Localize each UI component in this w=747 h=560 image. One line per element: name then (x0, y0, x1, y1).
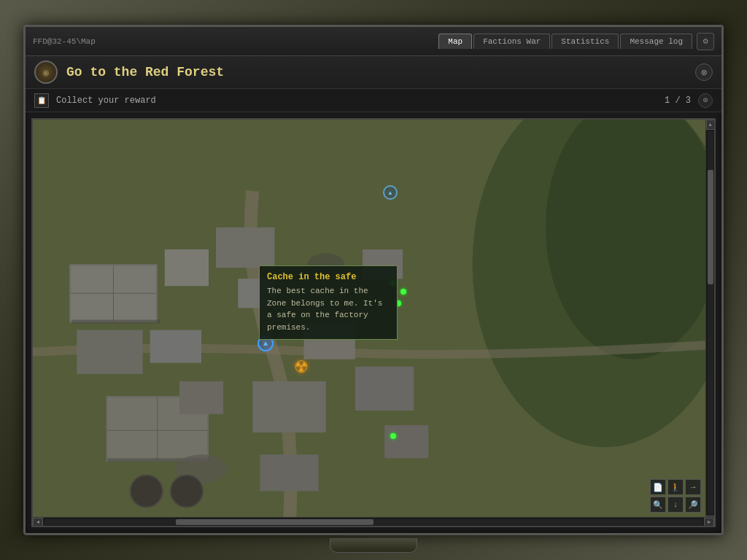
scroll-up-button[interactable]: ▲ (706, 120, 715, 130)
map-ctrl-zoom-in[interactable]: 🔍 (650, 497, 666, 513)
svg-rect-10 (150, 330, 201, 363)
map-ctrl-zoom-out[interactable]: 🔎 (685, 497, 701, 513)
svg-rect-24 (71, 319, 160, 323)
outer-frame: FFD@32-45\Map Map Factions War Statistic… (0, 0, 747, 560)
subtask-text: Collect your reward (56, 96, 657, 106)
map-ctrl-person[interactable]: 🚶 (667, 479, 684, 495)
map-controls: 📄 🚶 → 🔍 ↓ 🔎 (650, 479, 701, 513)
bottom-stand (330, 538, 417, 553)
quest-title: Go to the Red Forest (66, 65, 686, 79)
map-scrollbar-v[interactable]: ▲ ▼ (705, 120, 714, 526)
subtask-close-button[interactable]: ⊗ (698, 93, 713, 108)
quest-header: Go to the Red Forest ⊗ (26, 56, 721, 89)
scroll-thumb-v (708, 170, 713, 285)
tooltip-title: Cache in the safe (267, 272, 390, 282)
npc-marker (383, 185, 398, 200)
hazard-symbol: ☢ (295, 354, 308, 378)
subtask-counter: 1 / 3 (665, 96, 691, 106)
svg-point-29 (171, 475, 203, 507)
scroll-track-v[interactable] (708, 131, 713, 514)
svg-rect-23 (384, 425, 428, 458)
svg-rect-8 (165, 249, 209, 286)
svg-rect-17 (179, 381, 223, 414)
map-ctrl-down[interactable]: ↓ (667, 497, 684, 513)
subtask-bar: 📋 Collect your reward 1 / 3 ⊗ (26, 89, 721, 112)
subtask-icon: 📋 (34, 93, 49, 108)
scroll-left-button[interactable]: ◄ (33, 518, 43, 526)
enemy-dot-2 (400, 289, 406, 295)
tab-message-log[interactable]: Message log (620, 34, 692, 49)
tab-statistics[interactable]: Statistics (551, 34, 619, 49)
tab-factions-war[interactable]: Factions War (473, 34, 550, 49)
svg-point-28 (131, 475, 163, 507)
svg-rect-15 (216, 228, 274, 268)
scroll-right-button[interactable]: ► (704, 518, 714, 526)
map-area[interactable]: ☢ Cache in the safe The best cache in th… (31, 118, 716, 527)
scroll-track-h[interactable] (44, 519, 703, 525)
map-scrollbar-h[interactable]: ◄ ► (33, 517, 714, 526)
tooltip-body: The best cache in the Zone belongs to me… (267, 285, 390, 333)
quest-icon (34, 61, 58, 84)
svg-rect-20 (260, 454, 318, 491)
tab-group: Map Factions War Statistics Message log … (438, 33, 714, 50)
svg-rect-9 (77, 330, 142, 374)
screen-container: FFD@32-45\Map Map Factions War Statistic… (23, 25, 724, 535)
settings-icon[interactable]: ⚙ (697, 33, 714, 50)
path-label: FFD@32-45\Map (33, 37, 96, 46)
svg-rect-22 (355, 367, 414, 411)
quest-close-button[interactable]: ⊗ (695, 63, 713, 81)
map-tooltip: Cache in the safe The best cache in the … (259, 265, 398, 340)
tab-map[interactable]: Map (438, 34, 472, 49)
enemy-dot-4 (390, 433, 396, 439)
map-ctrl-document[interactable]: 📄 (650, 479, 666, 495)
hazard-marker: ☢ (288, 353, 314, 379)
scroll-thumb-h (176, 519, 374, 525)
svg-rect-18 (252, 381, 325, 432)
top-bar: FFD@32-45\Map Map Factions War Statistic… (26, 27, 721, 56)
map-ctrl-arrow[interactable]: → (685, 479, 701, 495)
